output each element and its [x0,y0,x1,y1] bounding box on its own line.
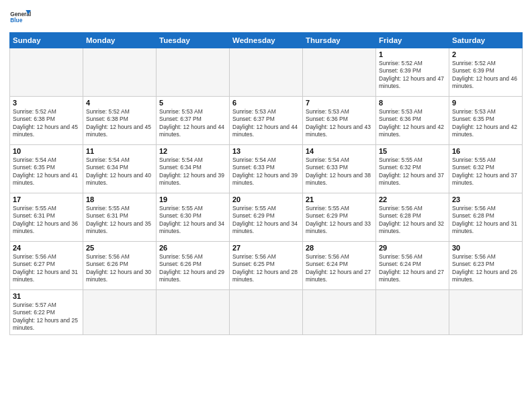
day-number: 12 [159,147,226,155]
day-info: Sunrise: 5:55 AM Sunset: 6:31 PM Dayligh… [13,205,80,236]
calendar-cell: 1Sunrise: 5:52 AM Sunset: 6:39 PM Daylig… [376,48,449,97]
day-number: 22 [379,195,446,203]
day-number: 11 [86,147,153,155]
day-info: Sunrise: 5:56 AM Sunset: 6:24 PM Dayligh… [379,253,446,284]
calendar-cell [449,290,523,335]
day-info: Sunrise: 5:56 AM Sunset: 6:27 PM Dayligh… [13,253,80,284]
day-number: 14 [306,147,373,155]
calendar-week-row: 1Sunrise: 5:52 AM Sunset: 6:39 PM Daylig… [10,48,523,97]
calendar-table: SundayMondayTuesdayWednesdayThursdayFrid… [9,32,523,335]
calendar-cell: 20Sunrise: 5:55 AM Sunset: 6:29 PM Dayli… [230,193,303,242]
day-number: 25 [86,244,153,252]
calendar-cell [303,48,376,97]
calendar-cell: 26Sunrise: 5:56 AM Sunset: 6:26 PM Dayli… [157,242,230,290]
calendar-week-row: 3Sunrise: 5:52 AM Sunset: 6:38 PM Daylig… [10,97,523,145]
calendar-cell: 16Sunrise: 5:55 AM Sunset: 6:32 PM Dayli… [449,145,523,193]
day-number: 9 [452,99,519,107]
day-number: 2 [452,50,519,58]
calendar-cell: 9Sunrise: 5:53 AM Sunset: 6:35 PM Daylig… [449,97,523,145]
header: General Blue [9,7,523,28]
day-number: 20 [232,195,300,203]
day-info: Sunrise: 5:52 AM Sunset: 6:39 PM Dayligh… [379,60,446,91]
calendar-cell: 29Sunrise: 5:56 AM Sunset: 6:24 PM Dayli… [376,242,449,290]
calendar-cell: 11Sunrise: 5:54 AM Sunset: 6:34 PM Dayli… [83,145,157,193]
day-number: 6 [232,99,300,107]
weekday-header-sunday: Sunday [10,33,83,48]
day-info: Sunrise: 5:55 AM Sunset: 6:29 PM Dayligh… [232,205,300,236]
calendar-cell: 8Sunrise: 5:53 AM Sunset: 6:36 PM Daylig… [376,97,449,145]
weekday-header-wednesday: Wednesday [230,33,303,48]
day-number: 21 [306,195,373,203]
day-number: 4 [86,99,153,107]
day-number: 29 [379,244,446,252]
day-number: 24 [13,244,80,252]
calendar-cell: 21Sunrise: 5:55 AM Sunset: 6:29 PM Dayli… [303,193,376,242]
calendar-cell: 17Sunrise: 5:55 AM Sunset: 6:31 PM Dayli… [10,193,83,242]
weekday-header-tuesday: Tuesday [157,33,230,48]
calendar-cell [376,290,449,335]
day-info: Sunrise: 5:55 AM Sunset: 6:32 PM Dayligh… [452,156,519,187]
weekday-header-saturday: Saturday [449,33,523,48]
calendar-cell: 30Sunrise: 5:56 AM Sunset: 6:23 PM Dayli… [449,242,523,290]
day-number: 10 [13,147,80,155]
calendar-cell: 10Sunrise: 5:54 AM Sunset: 6:35 PM Dayli… [10,145,83,193]
calendar-cell: 12Sunrise: 5:54 AM Sunset: 6:34 PM Dayli… [157,145,230,193]
weekday-header-monday: Monday [83,33,157,48]
weekday-header-friday: Friday [376,33,449,48]
day-info: Sunrise: 5:55 AM Sunset: 6:31 PM Dayligh… [86,205,153,236]
day-info: Sunrise: 5:53 AM Sunset: 6:36 PM Dayligh… [306,108,373,139]
svg-text:Blue: Blue [10,17,22,24]
day-number: 18 [86,195,153,203]
day-info: Sunrise: 5:54 AM Sunset: 6:34 PM Dayligh… [159,156,226,187]
day-number: 8 [379,99,446,107]
calendar-cell: 27Sunrise: 5:56 AM Sunset: 6:25 PM Dayli… [230,242,303,290]
day-info: Sunrise: 5:54 AM Sunset: 6:33 PM Dayligh… [306,156,373,187]
calendar-cell [83,48,157,97]
day-info: Sunrise: 5:55 AM Sunset: 6:29 PM Dayligh… [306,205,373,236]
day-number: 1 [379,50,446,58]
day-info: Sunrise: 5:53 AM Sunset: 6:36 PM Dayligh… [379,108,446,139]
day-info: Sunrise: 5:54 AM Sunset: 6:33 PM Dayligh… [232,156,300,187]
calendar-cell [157,48,230,97]
day-info: Sunrise: 5:52 AM Sunset: 6:38 PM Dayligh… [13,108,80,139]
day-number: 26 [159,244,226,252]
day-info: Sunrise: 5:56 AM Sunset: 6:23 PM Dayligh… [452,253,519,284]
logo: General Blue [9,7,31,28]
calendar-cell [157,290,230,335]
calendar-cell [83,290,157,335]
day-info: Sunrise: 5:54 AM Sunset: 6:34 PM Dayligh… [86,156,153,187]
day-info: Sunrise: 5:55 AM Sunset: 6:30 PM Dayligh… [159,205,226,236]
day-number: 5 [159,99,226,107]
calendar-week-row: 24Sunrise: 5:56 AM Sunset: 6:27 PM Dayli… [10,242,523,290]
calendar-cell: 24Sunrise: 5:56 AM Sunset: 6:27 PM Dayli… [10,242,83,290]
day-info: Sunrise: 5:56 AM Sunset: 6:28 PM Dayligh… [452,205,519,236]
day-number: 3 [13,99,80,107]
day-info: Sunrise: 5:52 AM Sunset: 6:38 PM Dayligh… [86,108,153,139]
calendar-cell [303,290,376,335]
day-number: 17 [13,195,80,203]
calendar-cell: 5Sunrise: 5:53 AM Sunset: 6:37 PM Daylig… [157,97,230,145]
day-info: Sunrise: 5:56 AM Sunset: 6:26 PM Dayligh… [86,253,153,284]
calendar-week-row: 31Sunrise: 5:57 AM Sunset: 6:22 PM Dayli… [10,290,523,335]
day-info: Sunrise: 5:55 AM Sunset: 6:32 PM Dayligh… [379,156,446,187]
calendar-cell: 15Sunrise: 5:55 AM Sunset: 6:32 PM Dayli… [376,145,449,193]
calendar-cell: 23Sunrise: 5:56 AM Sunset: 6:28 PM Dayli… [449,193,523,242]
day-info: Sunrise: 5:56 AM Sunset: 6:24 PM Dayligh… [306,253,373,284]
day-info: Sunrise: 5:53 AM Sunset: 6:37 PM Dayligh… [159,108,226,139]
calendar-cell: 31Sunrise: 5:57 AM Sunset: 6:22 PM Dayli… [10,290,83,335]
weekday-header-thursday: Thursday [303,33,376,48]
weekday-header-row: SundayMondayTuesdayWednesdayThursdayFrid… [10,33,523,48]
day-info: Sunrise: 5:56 AM Sunset: 6:28 PM Dayligh… [379,205,446,236]
day-number: 15 [379,147,446,155]
calendar-cell: 19Sunrise: 5:55 AM Sunset: 6:30 PM Dayli… [157,193,230,242]
calendar-cell: 22Sunrise: 5:56 AM Sunset: 6:28 PM Dayli… [376,193,449,242]
day-info: Sunrise: 5:54 AM Sunset: 6:35 PM Dayligh… [13,156,80,187]
calendar-cell: 14Sunrise: 5:54 AM Sunset: 6:33 PM Dayli… [303,145,376,193]
day-number: 23 [452,195,519,203]
calendar-cell: 3Sunrise: 5:52 AM Sunset: 6:38 PM Daylig… [10,97,83,145]
day-info: Sunrise: 5:53 AM Sunset: 6:35 PM Dayligh… [452,108,519,139]
calendar-cell: 13Sunrise: 5:54 AM Sunset: 6:33 PM Dayli… [230,145,303,193]
calendar-cell: 2Sunrise: 5:52 AM Sunset: 6:39 PM Daylig… [449,48,523,97]
calendar-cell [10,48,83,97]
calendar-cell: 18Sunrise: 5:55 AM Sunset: 6:31 PM Dayli… [83,193,157,242]
